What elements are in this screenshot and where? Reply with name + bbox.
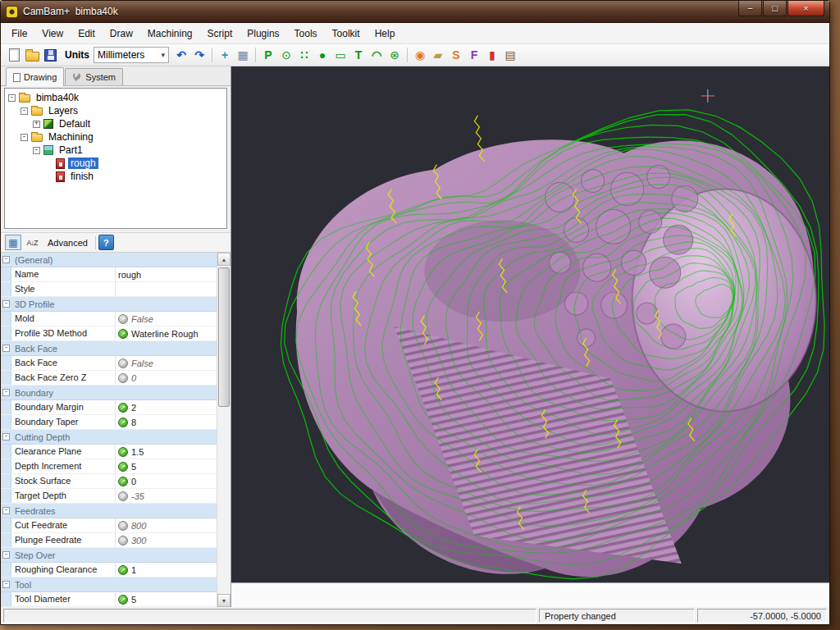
set-value-icon[interactable]: ↗ xyxy=(118,418,128,427)
property-value[interactable]: 1.5 xyxy=(131,447,144,457)
tree-item-machining[interactable]: -Machining xyxy=(7,130,225,144)
property-target-depth[interactable]: Target Depth↗-35 xyxy=(1,489,217,504)
collapse-icon[interactable]: - xyxy=(2,389,10,396)
property-name[interactable]: Target Depth xyxy=(11,489,116,503)
surface-icon[interactable]: ◉ xyxy=(411,46,429,64)
property-value[interactable]: 800 xyxy=(131,521,146,531)
set-value-icon[interactable]: ↗ xyxy=(118,447,128,457)
point-list-icon[interactable]: ∷ xyxy=(295,46,313,64)
help-button[interactable]: ? xyxy=(98,235,114,250)
category-step-over[interactable]: -Step Over xyxy=(1,548,217,563)
film-icon[interactable]: ▤ xyxy=(501,46,519,64)
maximize-button[interactable]: □ xyxy=(763,1,787,16)
scroll-down-icon[interactable]: ▼ xyxy=(217,594,231,607)
open-file-icon[interactable] xyxy=(23,46,41,64)
property-name[interactable]: Back Face Zero Z xyxy=(11,371,116,385)
circle-icon[interactable]: ⊙ xyxy=(277,46,295,64)
property-tool-diameter[interactable]: Tool Diameter↗5 xyxy=(1,592,217,607)
property-name[interactable]: Boundary Margin xyxy=(11,400,116,414)
collapse-icon[interactable]: - xyxy=(2,581,10,588)
tree-toggle-icon[interactable]: - xyxy=(21,134,28,141)
property-value-cell[interactable]: rough xyxy=(116,267,217,281)
category-feedrates[interactable]: -Feedrates xyxy=(1,504,217,518)
tab-drawing[interactable]: Drawing xyxy=(6,67,64,86)
property-value-cell[interactable]: ↗800 xyxy=(116,518,217,532)
property-name[interactable]: Boundary Taper xyxy=(11,415,116,429)
menu-toolkit[interactable]: Toolkit xyxy=(325,23,368,43)
property-value-cell[interactable]: ↗1 xyxy=(116,563,217,577)
advanced-button[interactable]: Advanced xyxy=(43,235,93,250)
collapse-icon[interactable]: - xyxy=(2,256,10,263)
region-icon[interactable]: ▰ xyxy=(429,46,447,64)
property-value[interactable]: 1 xyxy=(131,565,136,575)
property-value[interactable]: 8 xyxy=(131,418,136,427)
ellipse-icon[interactable]: ● xyxy=(313,46,331,64)
property-value[interactable]: 300 xyxy=(131,536,146,546)
set-value-icon[interactable]: ↗ xyxy=(118,595,128,605)
category-tool[interactable]: -Tool xyxy=(1,578,217,592)
category-boundary[interactable]: -Boundary xyxy=(1,386,217,400)
default-value-icon[interactable]: ↗ xyxy=(118,358,128,368)
default-value-icon[interactable]: ↗ xyxy=(118,373,128,383)
alphabetical-view-button[interactable]: A↓Z xyxy=(24,235,40,250)
tree-label-machining[interactable]: Machining xyxy=(46,131,96,143)
menu-view[interactable]: View xyxy=(34,23,71,43)
script-icon[interactable]: S xyxy=(447,46,465,64)
edit-points-icon[interactable]: + xyxy=(216,46,234,64)
property-depth-increment[interactable]: Depth Increment↗5 xyxy=(1,459,217,474)
property-style[interactable]: Style xyxy=(1,282,217,297)
tree-label-part1[interactable]: Part1 xyxy=(57,144,85,156)
property-value-cell[interactable]: ↗300 xyxy=(116,533,217,547)
property-value[interactable]: 0 xyxy=(131,373,136,383)
scroll-thumb[interactable] xyxy=(218,267,230,407)
set-value-icon[interactable]: ↗ xyxy=(118,462,128,472)
menu-plugins[interactable]: Plugins xyxy=(240,23,286,43)
viewport-3d[interactable] xyxy=(231,66,829,582)
collapse-icon[interactable]: - xyxy=(2,507,10,514)
tree-toggle-icon[interactable]: - xyxy=(33,147,40,154)
minimize-button[interactable]: − xyxy=(738,1,762,16)
viewport-canvas[interactable] xyxy=(231,66,829,582)
property-value[interactable]: False xyxy=(131,314,153,324)
propgrid-scrollbar[interactable]: ▲ ▼ xyxy=(217,253,231,607)
default-value-icon[interactable]: ↗ xyxy=(118,536,128,546)
property-name[interactable]: Depth Increment xyxy=(11,459,116,473)
titlebar[interactable]: CamBam+ bimba40k − □ × xyxy=(1,1,829,23)
collapse-icon[interactable]: - xyxy=(2,300,10,308)
default-value-icon[interactable]: ↗ xyxy=(118,491,128,501)
property-value[interactable]: 5 xyxy=(131,595,136,605)
tree-label-default[interactable]: Default xyxy=(57,118,93,130)
property-cut-feedrate[interactable]: Cut Feedrate↗800 xyxy=(1,518,217,533)
property-back-face-zero-z[interactable]: Back Face Zero Z↗0 xyxy=(1,371,217,386)
property-value[interactable]: 5 xyxy=(131,462,136,472)
tree-label-finish[interactable]: finish xyxy=(68,171,96,182)
property-name[interactable]: Style xyxy=(11,282,116,296)
gear-icon[interactable]: ⊛ xyxy=(386,46,404,64)
menu-help[interactable]: Help xyxy=(368,23,403,43)
property-value-cell[interactable]: ↗8 xyxy=(116,415,217,429)
property-name[interactable]: Clearance Plane xyxy=(11,445,116,459)
tree-toggle-icon[interactable]: - xyxy=(21,107,28,115)
property-name[interactable]: Name xyxy=(11,267,116,281)
arc-icon[interactable]: ◠ xyxy=(368,46,386,64)
tree-toggle-icon[interactable]: - xyxy=(8,94,16,102)
redo-icon[interactable]: ↷ xyxy=(190,46,208,64)
property-value-cell[interactable]: ↗-35 xyxy=(116,489,217,503)
undo-icon[interactable]: ↶ xyxy=(172,46,190,64)
property-name[interactable]: Namerough xyxy=(1,267,217,282)
tree-item-bimba40k[interactable]: -bimba40k xyxy=(7,91,225,104)
units-dropdown[interactable]: Millimeters ▾ xyxy=(94,47,169,63)
categorized-view-button[interactable]: ▦ xyxy=(5,235,21,250)
property-name[interactable]: Mold xyxy=(11,312,116,326)
property-value[interactable]: -35 xyxy=(131,491,144,501)
tree-item-rough[interactable]: rough xyxy=(7,157,225,170)
property-value-cell[interactable]: ↗5 xyxy=(116,592,217,606)
snap-grid-icon[interactable]: ▦ xyxy=(234,46,252,64)
property-value-cell[interactable]: ↗False xyxy=(116,356,217,370)
collapse-icon[interactable]: - xyxy=(2,433,10,441)
property-name[interactable]: Stock Surface xyxy=(11,474,116,488)
tree-item-layers[interactable]: -Layers xyxy=(7,104,225,117)
property-value[interactable]: 0 xyxy=(131,477,136,486)
new-file-icon[interactable] xyxy=(5,46,23,64)
category-general[interactable]: -(General) xyxy=(1,253,217,267)
